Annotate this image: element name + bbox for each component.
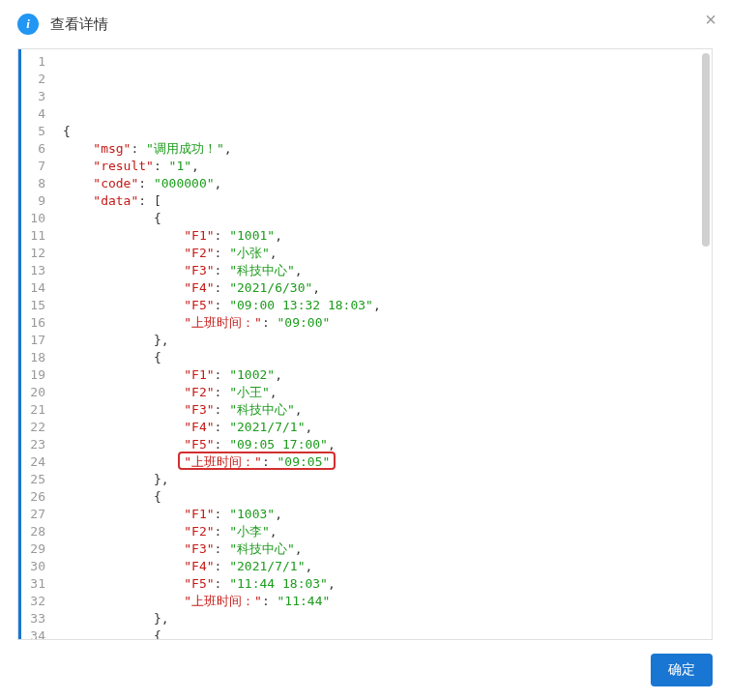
code-viewer: 1234567891011121314151617181920212223242… <box>17 48 713 640</box>
code-line: "F2": "小李", <box>63 523 704 540</box>
code-line: "F1": "1002", <box>63 366 704 384</box>
code-line: "F3": "科技中心", <box>63 540 704 558</box>
line-number: 13 <box>21 262 55 279</box>
code-line: "F5": "09:05 17:00", <box>63 436 704 453</box>
code-line: "F1": "1001", <box>63 227 704 245</box>
code-line: "F3": "科技中心", <box>63 262 704 279</box>
code-line: "F5": "09:00 13:32 18:03", <box>63 297 704 314</box>
line-number: 17 <box>21 332 55 349</box>
line-number: 8 <box>21 175 55 192</box>
code-line: { <box>63 349 704 366</box>
line-number: 26 <box>21 488 55 506</box>
line-number: 2 <box>21 71 55 88</box>
dialog-header: i 查看详情 × <box>0 0 730 48</box>
line-number: 16 <box>21 314 55 332</box>
line-number: 23 <box>21 436 55 453</box>
line-number: 33 <box>21 610 55 627</box>
line-number: 28 <box>21 523 55 540</box>
code-area[interactable]: { "msg": "调用成功！", "result": "1", "code":… <box>55 49 712 639</box>
code-line: "F3": "科技中心", <box>63 401 704 419</box>
line-number: 6 <box>21 140 55 158</box>
line-numbers: 1234567891011121314151617181920212223242… <box>18 49 55 639</box>
code-line: { <box>63 627 704 640</box>
line-number: 34 <box>21 627 55 640</box>
code-line: "F4": "2021/7/1", <box>63 558 704 575</box>
line-number: 9 <box>21 192 55 210</box>
code-line: "F2": "小王", <box>63 384 704 401</box>
line-number: 14 <box>21 279 55 297</box>
line-number: 21 <box>21 401 55 419</box>
line-number: 19 <box>21 366 55 384</box>
line-number: 25 <box>21 471 55 488</box>
info-icon: i <box>17 14 39 35</box>
line-number: 11 <box>21 227 55 245</box>
code-line: "code": "000000", <box>63 175 704 192</box>
code-line: "result": "1", <box>63 158 704 175</box>
line-number: 20 <box>21 384 55 401</box>
code-line: "F4": "2021/7/1", <box>63 419 704 436</box>
code-line: { <box>63 123 704 140</box>
line-number: 31 <box>21 575 55 593</box>
code-line: "data": [ <box>63 192 704 210</box>
code-line: "上班时间：": "11:44" <box>63 593 704 610</box>
line-number: 1 <box>21 53 55 71</box>
confirm-button[interactable]: 确定 <box>651 654 713 686</box>
line-number: 15 <box>21 297 55 314</box>
scrollbar[interactable] <box>702 53 710 247</box>
line-number: 10 <box>21 210 55 227</box>
line-number: 22 <box>21 419 55 436</box>
code-line: }, <box>63 471 704 488</box>
close-icon[interactable]: × <box>705 10 716 29</box>
line-number: 5 <box>21 123 55 140</box>
dialog-title: 查看详情 <box>50 15 108 34</box>
code-line: "F2": "小张", <box>63 245 704 262</box>
line-number: 30 <box>21 558 55 575</box>
line-number: 4 <box>21 105 55 123</box>
code-line: "msg": "调用成功！", <box>63 140 704 158</box>
code-line: { <box>63 210 704 227</box>
line-number: 18 <box>21 349 55 366</box>
line-number: 24 <box>21 453 55 471</box>
code-line: "上班时间：": "09:00" <box>63 314 704 332</box>
line-number: 27 <box>21 506 55 523</box>
code-line: "上班时间：": "09:05" <box>63 453 704 471</box>
copy-icon[interactable] <box>685 59 698 75</box>
code-line: "F5": "11:44 18:03", <box>63 575 704 593</box>
code-line: }, <box>63 610 704 627</box>
line-number: 32 <box>21 593 55 610</box>
line-number: 29 <box>21 540 55 558</box>
line-number: 7 <box>21 158 55 175</box>
code-line: { <box>63 488 704 506</box>
code-line: }, <box>63 332 704 349</box>
line-number: 12 <box>21 245 55 262</box>
line-number: 3 <box>21 88 55 105</box>
dialog-footer: 确定 <box>651 654 713 686</box>
code-line: "F4": "2021/6/30", <box>63 279 704 297</box>
code-line: "F1": "1003", <box>63 506 704 523</box>
